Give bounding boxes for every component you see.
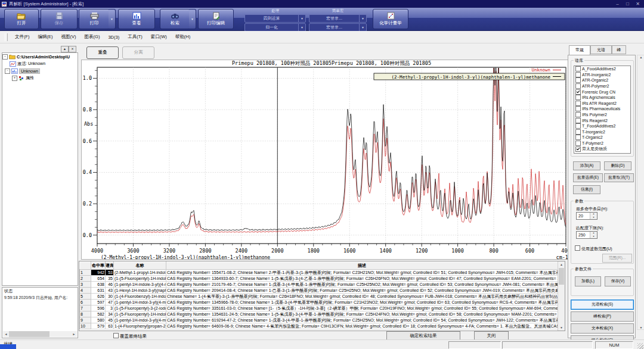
spin-down-icon[interactable]: ▼	[590, 235, 597, 239]
library-item[interactable]: IRs Pharmaceuticals	[574, 106, 630, 112]
result-cell-hit[interactable]: 654	[91, 276, 106, 282]
result-cell-lib[interactable]: 34	[106, 311, 114, 317]
min-match-stepper[interactable]: 250 ▲▼	[576, 231, 597, 239]
library-list[interactable]: A_FoodAdditives2ATR-Inorganic2ATR-Organi…	[574, 66, 631, 154]
result-cell-desc[interactable]: Chinese Name= 1-(4-氟苄基)-3-(1-萘甲酰基)吲哚; Fo…	[166, 294, 558, 300]
expand-icon[interactable]: +	[12, 76, 17, 81]
info-button[interactable]: 信息(I)	[573, 185, 600, 194]
separate-view-button[interactable]: 分离	[122, 46, 154, 59]
print-edit-button[interactable]: 打印编辑	[198, 9, 234, 29]
result-cell-name[interactable]: (1-(5-Fluoropentyl)-3-(2-iodo	[114, 306, 166, 311]
save-params-button[interactable]: 保存(V)	[605, 276, 631, 286]
scroll-up-icon[interactable]: ▲	[637, 55, 644, 59]
process-dropdown-1[interactable]: 四则运算 ▼	[244, 14, 306, 23]
checkbox-icon[interactable]	[113, 333, 119, 338]
result-cell-desc[interactable]: CAS Registry Number= 210179-46-7; Chines…	[166, 282, 558, 288]
close-pane-icon[interactable]: ✕	[69, 46, 76, 52]
overlay-view-button[interactable]: 重叠	[86, 46, 119, 59]
scroll-down-icon[interactable]: ▼	[637, 326, 644, 329]
result-cell-lib[interactable]: 63	[106, 323, 114, 329]
result-cell-desc[interactable]: CAS Registry Number= 619294-47-2; Chines…	[166, 317, 558, 323]
tab-spectrum[interactable]: 光谱	[590, 45, 612, 54]
result-cell-hit[interactable]: 579	[91, 323, 106, 329]
result-cell-name[interactable]: (1-(5-Fluoropentyl)-1H-indol	[114, 276, 166, 282]
result-row[interactable]: 659747(1-pentyl-1H-indol-3-yl)(4-meCAS R…	[80, 300, 558, 306]
maximize-button[interactable]: □	[623, 0, 633, 8]
library-item[interactable]: Forensic Drug CN	[574, 89, 630, 95]
minimize-button[interactable]: –	[612, 0, 623, 8]
chevron-down-icon[interactable]: ▼	[359, 15, 366, 22]
checkbox-icon[interactable]	[575, 77, 581, 83]
library-item[interactable]: IRs ATR Reagent2	[574, 101, 630, 107]
result-cell-lib[interactable]: 45	[106, 317, 114, 323]
result-cell-name[interactable]: (1-(4-Fluorobenzyl)-1H-indol	[114, 294, 166, 300]
result-cell-desc[interactable]: CAS Registry Number= 1345966-78-0; Chine…	[166, 300, 558, 306]
result-row[interactable]: 562630(1-(4-Fluorobenzyl)-1H-indolChines…	[80, 294, 558, 300]
batch-cancel-button[interactable]: 批量取消(T)	[604, 173, 634, 182]
spectrum-search-button[interactable]: 光谱检索(S)	[571, 300, 634, 310]
result-row[interactable]: 194253(2-Methyl-1-propyl-1H-indol-3CAS R…	[80, 270, 558, 276]
checkbox-icon[interactable]	[575, 101, 581, 106]
remove-library-button[interactable]: 删除(D)	[604, 161, 631, 170]
search-button[interactable]: 检索	[160, 9, 190, 29]
close-button[interactable]: ✕	[633, 0, 643, 8]
legend-label-unknown[interactable]: Unknown	[531, 67, 550, 73]
result-cell-desc[interactable]: CAS Registry Number= 64609-06-9; Chinese…	[166, 323, 558, 329]
result-cell-name[interactable]: (1-pentyl-1H-indole-3-yl)(4-me	[114, 282, 166, 288]
library-item[interactable]: 芬太尼类物质	[574, 146, 630, 152]
library-item[interactable]: ATR-Inorganic2	[574, 72, 630, 78]
result-cell-desc[interactable]: CAS Registry Number= 1354631-24-5; Chine…	[166, 311, 558, 317]
result-cell-desc[interactable]: CAS Registry Number= 209414-08-4; Chines…	[166, 288, 558, 294]
scrollbar-thumb[interactable]	[9, 331, 49, 337]
menu-item[interactable]: 帮助(H)	[171, 33, 194, 41]
checkbox-icon[interactable]	[575, 245, 580, 251]
tree-item-unknown[interactable]: - Unknown	[2, 67, 78, 74]
tree-item-active[interactable]: 激活: Unknown	[2, 60, 78, 67]
menu-item[interactable]: 视图(V)	[57, 33, 80, 41]
result-cell-hit[interactable]: 942	[91, 270, 106, 276]
load-params-button[interactable]: 加载(L)	[575, 276, 601, 286]
text-search-button[interactable]: 文本检索(X)	[571, 323, 634, 334]
scroll-right-icon[interactable]: ►	[71, 331, 77, 337]
table-vscrollbar[interactable]: ▲ ▼	[558, 261, 565, 331]
library-item[interactable]: ATR-Polymer2	[574, 83, 630, 89]
process-dropdown-2[interactable]: 归一化 ▼	[244, 23, 306, 32]
library-item[interactable]: T_FoodAdditives2	[574, 123, 630, 129]
result-cell-lib[interactable]: 53	[106, 270, 114, 276]
open-button[interactable]: 打开	[4, 9, 39, 29]
checkbox-icon[interactable]	[575, 118, 581, 123]
library-item[interactable]: ATR-Organic2	[574, 77, 630, 83]
overwrite-results-checkbox[interactable]: 覆盖最终结果	[113, 333, 147, 339]
result-cell-hit[interactable]: 582	[91, 311, 106, 317]
scroll-left-icon[interactable]: ◄	[3, 331, 9, 337]
result-cell-name[interactable]: (1-pentyl-1H-indol-3-yl)(4-me	[114, 317, 166, 323]
result-cell-desc[interactable]: CAS Registry Number= 1364933-60-7; Chine…	[166, 276, 558, 282]
menu-item[interactable]: 编辑(E)	[34, 33, 57, 41]
result-cell-name[interactable]: (2-Methyl-1-propyl-1H-indol-3	[114, 270, 166, 276]
result-row[interactable]: 10579631-(4-Fluorophenyl)propan-2-aCAS R…	[80, 323, 558, 329]
tab-general[interactable]: 常规	[569, 45, 590, 55]
search-dropdown-arrow[interactable]: ▼	[189, 9, 196, 29]
use-range-checkbox[interactable]: 使用波数范围(U)	[575, 245, 612, 252]
checkbox-icon[interactable]	[575, 129, 581, 135]
menu-item[interactable]: 图表(G)	[80, 33, 104, 41]
checkbox-icon[interactable]	[575, 106, 581, 111]
checkbox-icon[interactable]	[575, 83, 581, 89]
result-cell-hit[interactable]: 597	[91, 300, 106, 306]
result-cell-hit[interactable]: 596	[91, 306, 106, 311]
result-cell-lib[interactable]: 43	[106, 288, 114, 294]
result-cell-hit[interactable]: 638	[91, 282, 106, 288]
scroll-up-icon[interactable]: ▲	[558, 261, 565, 267]
library-item[interactable]: T-Organic2	[574, 135, 630, 141]
scroll-down-icon[interactable]: ▼	[558, 325, 565, 331]
result-row[interactable]: 265435(1-(5-Fluoropentyl)-1H-indolCAS Re…	[80, 276, 558, 282]
result-cell-lib[interactable]: 30	[106, 294, 114, 300]
panel-vscrollbar[interactable]: ▲ ▼	[637, 55, 644, 330]
library-item[interactable]: T-Inorganic2	[574, 129, 630, 135]
checkbox-icon[interactable]	[575, 147, 581, 152]
column-header[interactable]: 谱库	[106, 262, 114, 270]
library-item[interactable]: IRs Reagent2	[574, 117, 630, 123]
result-cell-lib[interactable]: 3	[106, 306, 114, 311]
legend-label-match[interactable]: (2-Methyl-1-propyl-1H-indol-3-yl)(naphth…	[392, 74, 551, 80]
library-item[interactable]: IRs Polymer2	[574, 112, 630, 118]
